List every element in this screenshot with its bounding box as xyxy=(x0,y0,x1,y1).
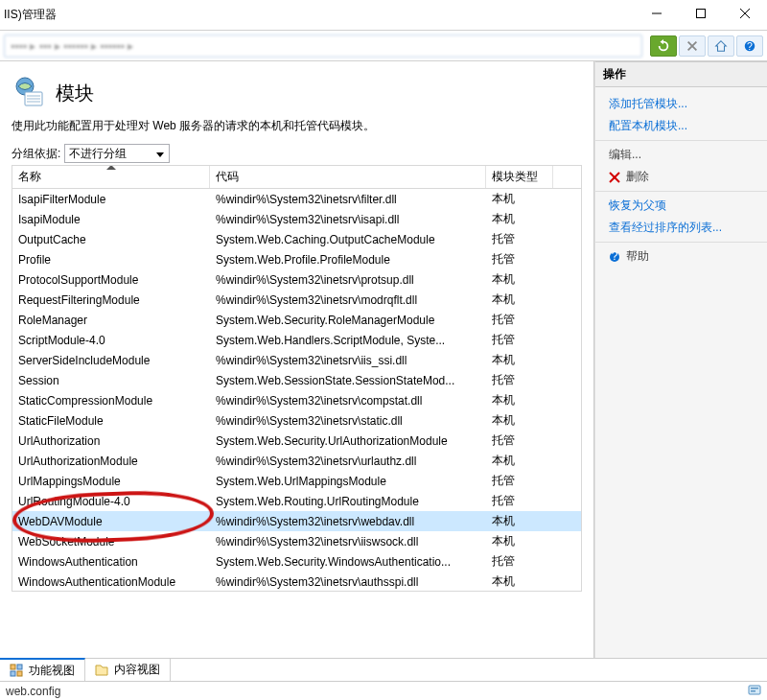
cell-type: 本机 xyxy=(486,191,553,207)
table-row[interactable]: WebDAVModule%windir%\System32\inetsrv\we… xyxy=(12,511,581,531)
cell-code: %windir%\System32\inetsrv\modrqflt.dll xyxy=(210,293,486,307)
cell-code: %windir%\System32\inetsrv\protsup.dll xyxy=(210,273,486,287)
status-text: web.config xyxy=(6,685,60,698)
tab-features[interactable]: 功能视图 xyxy=(0,658,85,681)
table-row[interactable]: WebSocketModule%windir%\System32\inetsrv… xyxy=(12,531,581,551)
cell-code: %windir%\System32\inetsrv\isapi.dll xyxy=(210,213,486,226)
page-title: 模块 xyxy=(56,81,94,106)
action-delete[interactable]: 删除 xyxy=(595,166,767,188)
action-configure-native[interactable]: 配置本机模块... xyxy=(595,115,767,137)
breadcrumb-bar: ▪▪▪▪ ▸ ▪▪▪ ▸ ▪▪▪▪▪▪ ▸ ▪▪▪▪▪▪ ▸ ? xyxy=(0,31,767,61)
cell-name: WindowsAuthentication xyxy=(12,555,210,569)
table-row[interactable]: SessionSystem.Web.SessionState.SessionSt… xyxy=(12,370,581,390)
tab-features-label: 功能视图 xyxy=(29,663,75,679)
modules-icon xyxy=(12,75,46,112)
table-row[interactable]: UrlMappingsModuleSystem.Web.UrlMappingsM… xyxy=(12,471,581,491)
tab-content-label: 内容视图 xyxy=(114,662,160,678)
cell-code: System.Web.Routing.UrlRoutingModule xyxy=(210,495,486,508)
breadcrumb[interactable]: ▪▪▪▪ ▸ ▪▪▪ ▸ ▪▪▪▪▪▪ ▸ ▪▪▪▪▪▪ ▸ xyxy=(4,35,642,58)
cell-type: 托管 xyxy=(486,251,553,268)
table-row[interactable]: ProfileSystem.Web.Profile.ProfileModule托… xyxy=(12,249,581,269)
actions-panel: 操作 添加托管模块... 配置本机模块... 编辑... 删除 恢复为父项 查看… xyxy=(594,61,767,658)
cell-name: UrlAuthorizationModule xyxy=(12,455,210,468)
window-controls xyxy=(635,0,767,27)
bottom-tabs: 功能视图 内容视图 xyxy=(0,658,767,681)
cell-code: System.Web.Caching.OutputCacheModule xyxy=(210,233,486,246)
status-bar: web.config xyxy=(0,681,767,700)
window-title: IIS)管理器 xyxy=(0,7,57,23)
col-name-header[interactable]: 名称 xyxy=(12,166,210,188)
home-button[interactable] xyxy=(708,35,734,57)
cell-type: 托管 xyxy=(486,332,553,348)
config-icon xyxy=(748,683,761,699)
cell-name: OutputCache xyxy=(12,233,210,246)
cell-type: 本机 xyxy=(486,271,553,288)
cell-name: Session xyxy=(12,374,210,387)
toolbar-right: ? xyxy=(650,35,763,57)
cell-name: StaticFileModule xyxy=(12,414,210,428)
cell-name: ServerSideIncludeModule xyxy=(12,354,210,367)
cell-type: 本机 xyxy=(486,453,553,469)
group-by-value: 不进行分组 xyxy=(69,146,127,162)
table-row[interactable]: ServerSideIncludeModule%windir%\System32… xyxy=(12,350,581,370)
cell-type: 本机 xyxy=(486,533,553,549)
content-icon xyxy=(95,664,108,677)
cell-code: %windir%\System32\inetsrv\filter.dll xyxy=(210,193,486,206)
cell-code: System.Web.Security.UrlAuthorizationModu… xyxy=(210,434,486,448)
table-row[interactable]: ScriptModule-4.0System.Web.Handlers.Scri… xyxy=(12,330,581,350)
tab-content[interactable]: 内容视图 xyxy=(85,659,171,681)
cell-name: RoleManager xyxy=(12,314,210,327)
table-row[interactable]: ProtocolSupportModule%windir%\System32\i… xyxy=(12,269,581,290)
table-row[interactable]: StaticFileModule%windir%\System32\inetsr… xyxy=(12,410,581,431)
cell-name: ScriptModule-4.0 xyxy=(12,334,210,347)
modules-table: 名称 代码 模块类型 IsapiFilterModule%windir%\Sys… xyxy=(12,165,582,592)
cell-name: UrlAuthorization xyxy=(12,434,210,448)
table-header: 名称 代码 模块类型 xyxy=(12,166,581,189)
col-type-header[interactable]: 模块类型 xyxy=(486,166,553,188)
action-delete-label: 删除 xyxy=(626,169,649,185)
action-revert[interactable]: 恢复为父项 xyxy=(595,195,767,217)
table-row[interactable]: IsapiModule%windir%\System32\inetsrv\isa… xyxy=(12,209,581,229)
minimize-button[interactable] xyxy=(635,0,679,27)
action-add-managed[interactable]: 添加托管模块... xyxy=(595,93,767,115)
cell-name: StaticCompressionModule xyxy=(12,394,210,408)
action-help[interactable]: ? 帮助 xyxy=(595,245,767,268)
actions-header: 操作 xyxy=(595,61,767,87)
help-button[interactable]: ? xyxy=(736,35,763,57)
svg-rect-19 xyxy=(11,671,15,676)
delete-icon xyxy=(609,172,620,183)
refresh-button[interactable] xyxy=(650,35,677,57)
maximize-button[interactable] xyxy=(679,0,723,27)
cell-name: UrlMappingsModule xyxy=(12,475,210,488)
cell-name: WebSocketModule xyxy=(12,535,210,548)
cell-type: 托管 xyxy=(486,553,553,570)
cell-type: 本机 xyxy=(486,392,553,408)
stop-button[interactable] xyxy=(679,35,706,57)
cell-code: %windir%\System32\inetsrv\authsspi.dll xyxy=(210,575,486,589)
table-scroll[interactable]: 名称 代码 模块类型 IsapiFilterModule%windir%\Sys… xyxy=(12,166,581,591)
table-row[interactable]: RoleManagerSystem.Web.Security.RoleManag… xyxy=(12,310,581,330)
cell-type: 本机 xyxy=(486,352,553,368)
cell-type: 托管 xyxy=(486,432,553,449)
cell-name: ProtocolSupportModule xyxy=(12,273,210,287)
table-row[interactable]: OutputCacheSystem.Web.Caching.OutputCach… xyxy=(12,229,581,249)
table-row[interactable]: UrlRoutingModule-4.0System.Web.Routing.U… xyxy=(12,491,581,511)
cell-name: WebDAVModule xyxy=(12,515,210,528)
close-button[interactable] xyxy=(723,0,767,27)
table-row[interactable]: WindowsAuthenticationSystem.Web.Security… xyxy=(12,551,581,572)
cell-name: RequestFilteringModule xyxy=(12,293,210,307)
table-row[interactable]: UrlAuthorizationModule%windir%\System32\… xyxy=(12,451,581,471)
action-view-sorted[interactable]: 查看经过排序的列表... xyxy=(595,217,767,239)
col-code-header[interactable]: 代码 xyxy=(210,166,486,188)
cell-type: 本机 xyxy=(486,513,553,529)
table-row[interactable]: WindowsAuthenticationModule%windir%\Syst… xyxy=(12,572,581,591)
action-edit[interactable]: 编辑... xyxy=(595,144,767,166)
cell-name: UrlRoutingModule-4.0 xyxy=(12,495,210,508)
table-row[interactable]: RequestFilteringModule%windir%\System32\… xyxy=(12,290,581,310)
group-by-select[interactable]: 不进行分组 xyxy=(64,144,170,163)
table-row[interactable]: StaticCompressionModule%windir%\System32… xyxy=(12,390,581,410)
features-icon xyxy=(10,664,23,677)
table-row[interactable]: IsapiFilterModule%windir%\System32\inets… xyxy=(12,189,581,209)
table-row[interactable]: UrlAuthorizationSystem.Web.Security.UrlA… xyxy=(12,431,581,451)
cell-name: Profile xyxy=(12,253,210,267)
